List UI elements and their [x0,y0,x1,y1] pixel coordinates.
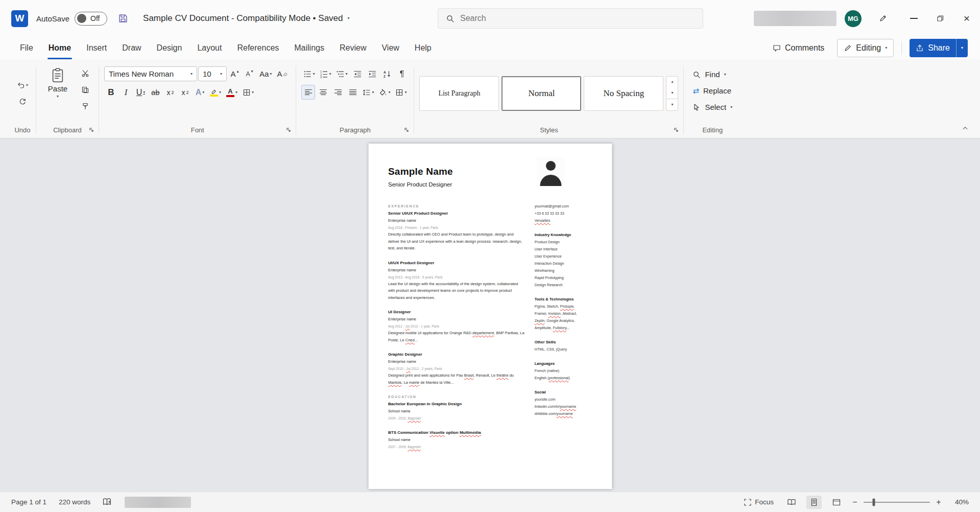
zoom-slider-knob[interactable] [872,498,875,506]
zoom-slider[interactable] [864,502,930,503]
page-indicator[interactable]: Page 1 of 1 [11,498,46,506]
sidebar-section-industry: Industry Knowledge Product Design User I… [535,231,606,289]
tab-home[interactable]: Home [41,37,79,59]
select-button[interactable]: Select ▾ [689,100,736,114]
clipboard-dialog-launcher[interactable] [87,126,95,134]
format-painter-button[interactable] [77,99,93,113]
paragraph-borders-button[interactable]: ▾ [393,85,409,100]
bold-icon: B [108,87,114,98]
sidebar-heading: Social [535,389,606,396]
editing-mode-button[interactable]: Editing ▾ [837,39,894,57]
sort-button[interactable]: AZ [380,66,394,81]
read-mode-button[interactable] [784,496,799,509]
style-card-list-paragraph[interactable]: List Paragraph [419,76,499,111]
share-main[interactable]: Share [910,43,956,53]
focus-mode-button[interactable]: Focus [744,498,774,506]
proofing-status[interactable] [103,498,112,506]
share-dropdown[interactable]: ▾ [956,39,968,57]
tab-insert[interactable]: Insert [79,37,114,59]
tab-references[interactable]: References [229,37,286,59]
zoom-level[interactable]: 40% [947,498,969,506]
borders-button[interactable]: ▾ [241,85,256,100]
superscript-button[interactable]: x2 [178,85,192,100]
job-description: Lead the UI design with the accountabili… [388,281,525,301]
save-button[interactable] [114,10,132,27]
strikethrough-button[interactable]: ab [149,85,162,100]
tab-view[interactable]: View [374,37,407,59]
change-case-button[interactable]: Aa▾ [257,66,274,81]
chevron-down-icon: ▾ [313,72,315,76]
collapse-ribbon-button[interactable] [959,123,972,134]
tab-draw[interactable]: Draw [114,37,149,59]
font-dialog-launcher[interactable] [284,126,293,134]
highlight-color-button[interactable]: ▾ [208,85,223,100]
underline-button[interactable]: U▾ [134,85,148,100]
web-layout-button[interactable] [829,496,844,509]
justify-icon [349,88,357,97]
styles-gallery-more[interactable]: ▾ [666,99,678,110]
find-button[interactable]: Find ▾ [689,67,736,81]
borders-icon [243,88,251,97]
style-card-normal[interactable]: Normal [501,76,581,111]
decrease-indent-button[interactable] [350,66,364,81]
font-size-combo[interactable]: 10 ▾ [198,66,227,81]
bullets-button[interactable]: ▾ [301,66,317,81]
tab-review[interactable]: Review [332,37,374,59]
show-formatting-button[interactable]: ¶ [395,66,409,81]
text-effects-button[interactable]: A▾ [193,85,207,100]
numbering-button[interactable]: 123 ▾ [318,66,333,81]
copy-button[interactable] [77,83,93,97]
read-mode-icon [787,499,796,506]
tab-layout[interactable]: Layout [189,37,229,59]
restore-button[interactable] [927,0,953,37]
tab-design[interactable]: Design [149,37,190,59]
shrink-font-button[interactable]: A▾ [243,66,256,81]
word-count[interactable]: 220 words [59,498,90,506]
paragraph-dialog-launcher[interactable] [402,126,411,134]
share-button[interactable]: Share ▾ [910,39,968,57]
minimize-button[interactable] [900,0,927,37]
line-spacing-button[interactable]: ▾ [361,85,376,100]
bold-button[interactable]: B [104,85,118,100]
redo-button[interactable] [14,95,31,109]
italic-button[interactable]: I [119,85,133,100]
replace-button[interactable]: ⇄ Replace [689,84,736,98]
undo-button[interactable]: ▾ [14,78,31,92]
font-name-combo[interactable]: Times New Roman ▾ [104,66,197,81]
styles-scroll-up[interactable]: ▴ [666,77,678,88]
shading-button[interactable]: ▾ [377,85,392,100]
font-color-bar [226,95,234,97]
justify-button[interactable] [346,85,360,100]
styles-dialog-launcher[interactable] [672,126,680,134]
ribbon-home: ▾ Undo Paste ▾ [0,59,980,138]
inking-pen-button[interactable] [873,8,893,29]
search-input[interactable] [460,14,695,23]
multilevel-list-button[interactable]: ▾ [334,66,349,81]
font-color-button[interactable]: A ▾ [224,85,240,100]
styles-scroll-down[interactable]: ▾ [666,87,678,99]
close-button[interactable]: × [953,0,980,37]
tab-file[interactable]: File [12,37,41,59]
clear-formatting-button[interactable]: A [275,66,291,81]
align-left-button[interactable] [301,85,315,100]
chevron-down-icon: ▾ [220,72,222,76]
tab-help[interactable]: Help [407,37,439,59]
paste-button[interactable]: Paste ▾ [41,63,74,123]
search-box[interactable] [438,8,703,29]
increase-indent-button[interactable] [365,66,379,81]
align-right-button[interactable] [331,85,345,100]
zoom-out-button[interactable]: − [851,498,858,507]
zoom-in-button[interactable]: + [935,498,942,507]
grow-font-button[interactable]: A▴ [228,66,242,81]
tab-mailings[interactable]: Mailings [286,37,332,59]
align-center-button[interactable] [316,85,330,100]
cut-button[interactable] [77,66,93,81]
print-layout-button[interactable] [806,496,822,509]
document-title[interactable]: Sample CV Document - Compatibility Mode … [143,13,349,24]
comments-button[interactable]: Comments [768,40,829,56]
autosave-toggle[interactable]: Off [75,12,107,26]
document-page[interactable]: Sample Name Senior Product Designer EXPE… [368,144,612,489]
subscript-button[interactable]: x2 [163,85,177,100]
style-card-no-spacing[interactable]: No Spacing [584,76,663,111]
avatar[interactable]: MG [845,10,862,27]
